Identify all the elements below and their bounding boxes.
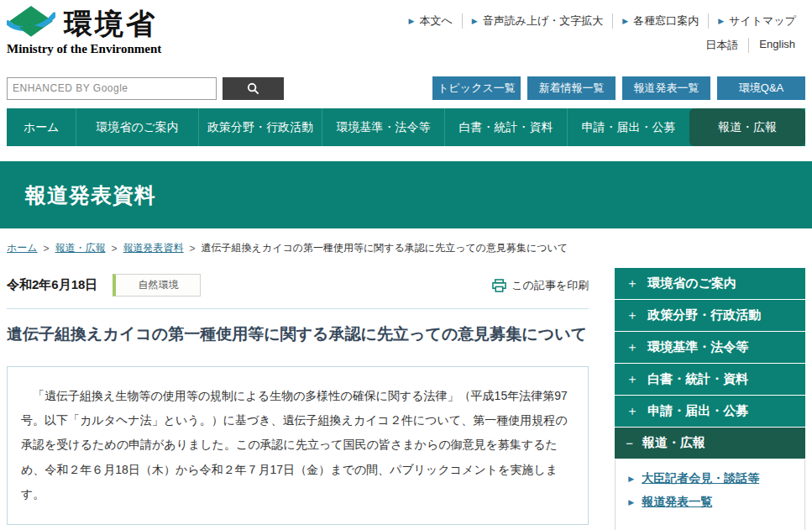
sidebar-item-label: 白書・統計・資料: [647, 371, 748, 387]
press-release-list-button[interactable]: 報道発表一覧: [622, 76, 710, 100]
utility-link-contact[interactable]: ▶ 各種窓口案内: [612, 13, 708, 29]
plus-icon: ＋: [626, 403, 638, 419]
nav-item-standards[interactable]: 環境基準・法令等: [322, 108, 444, 146]
article-title: 遺伝子組換えカイコの第一種使用等に関する承認に先立っての意見募集について: [7, 323, 589, 346]
search-button[interactable]: [223, 77, 284, 100]
moe-logo[interactable]: 環境省 Ministry of the Environment: [7, 5, 161, 56]
sidebar-item-label: 環境基準・法令等: [647, 339, 748, 355]
sidebar-item-whitepaper[interactable]: ＋ 白書・統計・資料: [615, 364, 805, 395]
arrow-icon: ▶: [409, 17, 415, 25]
plus-icon: ＋: [626, 275, 638, 291]
printer-icon: [492, 279, 506, 292]
minus-icon: −: [626, 436, 633, 450]
page-title-band: 報道発表資料: [0, 161, 812, 228]
utility-link-honbun[interactable]: ▶ 本文へ: [400, 13, 462, 29]
nav-item-press[interactable]: 報道・広報: [689, 108, 805, 146]
new-info-list-button[interactable]: 新着情報一覧: [527, 76, 616, 100]
sidebar-item-standards[interactable]: ＋ 環境基準・法令等: [615, 332, 805, 363]
main-nav: ホーム 環境省のご案内 政策分野・行政活動 環境基準・法令等 白書・統計・資料 …: [7, 108, 805, 146]
sublink-label: 報道発表一覧: [642, 495, 712, 510]
sidebar-item-label: 環境省のご案内: [647, 275, 736, 291]
article-body-text: 「遺伝子組換え生物等の使用等の規制による生物の多様性の確保に関する法律」（平成1…: [21, 389, 568, 501]
arrow-icon: ▶: [472, 17, 478, 25]
utility-link-label: 本文へ: [419, 13, 452, 29]
breadcrumb-press-material[interactable]: 報道発表資料: [123, 241, 184, 255]
page-title: 報道発表資料: [25, 181, 156, 209]
sidebar-sublink-press-list[interactable]: ▶ 報道発表一覧: [616, 491, 804, 514]
sidebar-item-application[interactable]: ＋ 申請・届出・公募: [615, 396, 805, 427]
search-icon: [247, 82, 259, 95]
nav-item-about[interactable]: 環境省のご案内: [76, 108, 198, 146]
arrow-icon: ▶: [628, 475, 634, 483]
topics-list-button[interactable]: トピックス一覧: [432, 76, 521, 100]
site-header: 環境省 Ministry of the Environment ▶ 本文へ ▶ …: [0, 0, 812, 72]
article-body-box: 「遺伝子組換え生物等の使用等の規制による生物の多様性の確保に関する法律」（平成1…: [7, 366, 589, 525]
utility-nav: ▶ 本文へ ▶ 音声読み上げ・文字拡大 ▶ 各種窓口案内 ▶ サイトマップ: [400, 13, 805, 29]
breadcrumb: ホーム > 報道・広報 > 報道発表資料 > 遺伝子組換えカイコの第一種使用等に…: [0, 228, 812, 265]
arrow-icon: ▶: [718, 17, 724, 25]
plus-icon: ＋: [626, 371, 638, 387]
logo-title: 環境省: [64, 5, 157, 44]
quick-buttons: トピックス一覧 新着情報一覧 報道発表一覧 環境Q&A: [432, 76, 805, 100]
utility-link-voice[interactable]: ▶ 音声読み上げ・文字拡大: [462, 13, 613, 29]
sidebar-submenu: ▶ 大臣記者会見・談話等 ▶ 報道発表一覧: [615, 459, 805, 530]
sidebar-item-policy[interactable]: ＋ 政策分野・行政活動: [615, 300, 805, 331]
sidebar-menu: ＋ 環境省のご案内 ＋ 政策分野・行政活動 ＋ 環境基準・法令等 ＋ 白書・統計…: [615, 265, 805, 530]
sidebar-item-label: 政策分野・行政活動: [647, 307, 761, 323]
utility-link-sitemap[interactable]: ▶ サイトマップ: [708, 13, 805, 29]
logo-subtitle: Ministry of the Environment: [7, 42, 161, 56]
env-qa-button[interactable]: 環境Q&A: [717, 76, 805, 100]
search-input[interactable]: [7, 77, 217, 100]
arrow-icon: ▶: [628, 498, 634, 506]
print-article-link[interactable]: この記事を印刷: [492, 278, 589, 293]
breadcrumb-separator: >: [190, 243, 196, 255]
nav-item-policy[interactable]: 政策分野・行政活動: [198, 108, 322, 146]
language-switcher: 日本語 English: [695, 38, 805, 53]
sidebar-item-label: 報道・広報: [642, 435, 705, 451]
lang-english[interactable]: English: [748, 38, 805, 53]
print-label: この記事を印刷: [511, 278, 589, 293]
utility-link-label: 各種窓口案内: [633, 13, 699, 29]
search-row: トピックス一覧 新着情報一覧 報道発表一覧 環境Q&A: [0, 72, 812, 104]
sidebar-sublink-minister-press[interactable]: ▶ 大臣記者会見・談話等: [616, 467, 804, 491]
breadcrumb-press[interactable]: 報道・広報: [55, 241, 106, 255]
nav-item-whitepaper[interactable]: 白書・統計・資料: [444, 108, 567, 146]
plus-icon: ＋: [626, 307, 638, 323]
lang-japanese[interactable]: 日本語: [695, 38, 748, 53]
sidebar-item-label: 申請・届出・公募: [647, 403, 748, 419]
sidebar-item-about[interactable]: ＋ 環境省のご案内: [615, 268, 805, 299]
breadcrumb-separator: >: [44, 243, 50, 255]
category-badge[interactable]: 自然環境: [113, 274, 201, 296]
breadcrumb-home[interactable]: ホーム: [7, 241, 38, 255]
nav-item-application[interactable]: 申請・届出・公募: [567, 108, 689, 146]
utility-link-label: 音声読み上げ・文字拡大: [483, 13, 604, 29]
breadcrumb-separator: >: [112, 243, 118, 255]
article-column: 令和2年6月18日 自然環境 この記事を印刷 遺伝子組換えカイコの第一種使用等に…: [7, 265, 589, 525]
nav-item-home[interactable]: ホーム: [7, 108, 76, 146]
moe-logo-icon: [7, 5, 55, 44]
utility-link-label: サイトマップ: [729, 13, 796, 29]
article-date: 令和2年6月18日: [7, 277, 97, 293]
breadcrumb-current: 遺伝子組換えカイコの第一種使用等に関する承認に先立っての意見募集について: [202, 241, 568, 255]
sidebar-item-press[interactable]: − 報道・広報: [615, 428, 805, 459]
content-area: 令和2年6月18日 自然環境 この記事を印刷 遺伝子組換えカイコの第一種使用等に…: [0, 265, 812, 530]
article-meta-row: 令和2年6月18日 自然環境 この記事を印刷: [7, 265, 589, 309]
arrow-icon: ▶: [622, 17, 628, 25]
plus-icon: ＋: [626, 339, 638, 355]
sublink-label: 大臣記者会見・談話等: [642, 471, 759, 486]
